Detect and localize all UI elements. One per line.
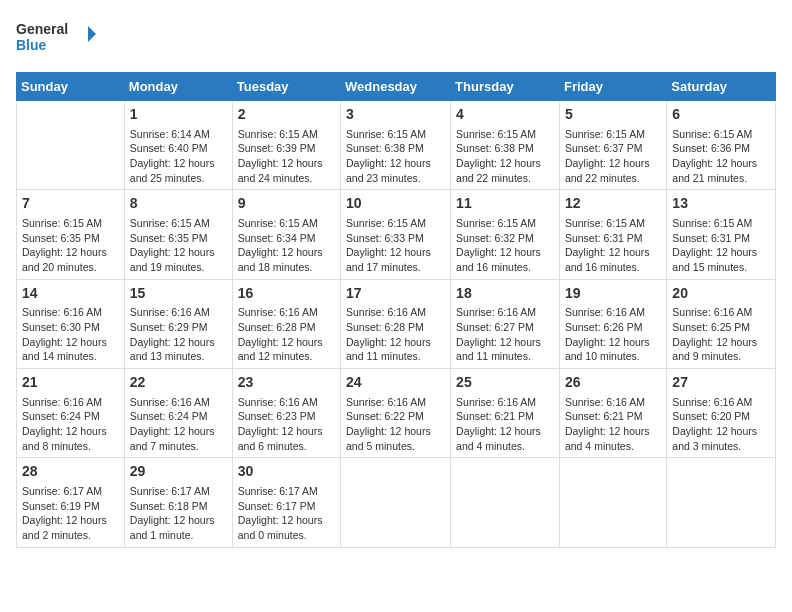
day-info-line: Daylight: 12 hours xyxy=(565,335,661,350)
day-info-line: and 9 minutes. xyxy=(672,349,770,364)
day-info-line: Daylight: 12 hours xyxy=(565,156,661,171)
header-sunday: Sunday xyxy=(17,73,125,101)
day-number: 14 xyxy=(22,284,119,304)
calendar-cell: 20Sunrise: 6:16 AMSunset: 6:25 PMDayligh… xyxy=(667,279,776,368)
day-info-line: Sunset: 6:34 PM xyxy=(238,231,335,246)
day-info-line: and 10 minutes. xyxy=(565,349,661,364)
day-info-line: and 0 minutes. xyxy=(238,528,335,543)
calendar-cell xyxy=(559,458,666,547)
day-info-line: and 4 minutes. xyxy=(456,439,554,454)
day-info-line: Sunrise: 6:16 AM xyxy=(565,395,661,410)
logo: General Blue xyxy=(16,16,96,60)
day-info-line: Sunrise: 6:16 AM xyxy=(456,395,554,410)
calendar-cell: 13Sunrise: 6:15 AMSunset: 6:31 PMDayligh… xyxy=(667,190,776,279)
day-info-line: Sunset: 6:27 PM xyxy=(456,320,554,335)
day-info-line: Sunset: 6:35 PM xyxy=(130,231,227,246)
calendar-cell: 27Sunrise: 6:16 AMSunset: 6:20 PMDayligh… xyxy=(667,369,776,458)
day-info-line: Sunrise: 6:17 AM xyxy=(22,484,119,499)
day-info-line: Sunrise: 6:16 AM xyxy=(130,305,227,320)
calendar-cell: 17Sunrise: 6:16 AMSunset: 6:28 PMDayligh… xyxy=(341,279,451,368)
day-info-line: and 12 minutes. xyxy=(238,349,335,364)
day-info-line: Daylight: 12 hours xyxy=(130,335,227,350)
calendar-cell: 12Sunrise: 6:15 AMSunset: 6:31 PMDayligh… xyxy=(559,190,666,279)
day-info-line: Daylight: 12 hours xyxy=(565,424,661,439)
calendar-cell: 15Sunrise: 6:16 AMSunset: 6:29 PMDayligh… xyxy=(124,279,232,368)
day-number: 1 xyxy=(130,105,227,125)
day-number: 24 xyxy=(346,373,445,393)
day-info-line: Sunset: 6:32 PM xyxy=(456,231,554,246)
day-info-line: Daylight: 12 hours xyxy=(238,424,335,439)
day-number: 19 xyxy=(565,284,661,304)
day-info-line: Daylight: 12 hours xyxy=(238,156,335,171)
day-info-line: Sunrise: 6:16 AM xyxy=(672,305,770,320)
day-number: 18 xyxy=(456,284,554,304)
day-number: 26 xyxy=(565,373,661,393)
day-info-line: Sunset: 6:24 PM xyxy=(22,409,119,424)
day-info-line: Sunset: 6:20 PM xyxy=(672,409,770,424)
svg-marker-2 xyxy=(88,26,96,42)
day-info-line: and 17 minutes. xyxy=(346,260,445,275)
day-info-line: Sunrise: 6:16 AM xyxy=(130,395,227,410)
calendar-cell: 26Sunrise: 6:16 AMSunset: 6:21 PMDayligh… xyxy=(559,369,666,458)
day-info-line: Sunset: 6:33 PM xyxy=(346,231,445,246)
header-friday: Friday xyxy=(559,73,666,101)
day-info-line: Sunset: 6:31 PM xyxy=(672,231,770,246)
calendar-cell: 30Sunrise: 6:17 AMSunset: 6:17 PMDayligh… xyxy=(232,458,340,547)
calendar-cell: 11Sunrise: 6:15 AMSunset: 6:32 PMDayligh… xyxy=(451,190,560,279)
day-info-line: Sunrise: 6:16 AM xyxy=(456,305,554,320)
day-info-line: Sunrise: 6:15 AM xyxy=(130,216,227,231)
day-info-line: Sunset: 6:40 PM xyxy=(130,141,227,156)
day-info-line: Sunset: 6:18 PM xyxy=(130,499,227,514)
day-info-line: Sunset: 6:39 PM xyxy=(238,141,335,156)
day-info-line: Daylight: 12 hours xyxy=(672,245,770,260)
day-number: 2 xyxy=(238,105,335,125)
day-number: 9 xyxy=(238,194,335,214)
day-info-line: Sunrise: 6:15 AM xyxy=(565,127,661,142)
header-thursday: Thursday xyxy=(451,73,560,101)
calendar-cell: 29Sunrise: 6:17 AMSunset: 6:18 PMDayligh… xyxy=(124,458,232,547)
day-info-line: and 23 minutes. xyxy=(346,171,445,186)
calendar-cell: 9Sunrise: 6:15 AMSunset: 6:34 PMDaylight… xyxy=(232,190,340,279)
day-info-line: Daylight: 12 hours xyxy=(456,245,554,260)
day-info-line: Daylight: 12 hours xyxy=(238,335,335,350)
day-info-line: Sunset: 6:38 PM xyxy=(456,141,554,156)
day-info-line: Sunrise: 6:15 AM xyxy=(672,127,770,142)
day-info-line: and 2 minutes. xyxy=(22,528,119,543)
day-info-line: and 11 minutes. xyxy=(456,349,554,364)
calendar-cell: 19Sunrise: 6:16 AMSunset: 6:26 PMDayligh… xyxy=(559,279,666,368)
day-info-line: Daylight: 12 hours xyxy=(672,156,770,171)
day-info-line: and 11 minutes. xyxy=(346,349,445,364)
logo-svg: General Blue xyxy=(16,16,96,60)
day-number: 29 xyxy=(130,462,227,482)
day-info-line: and 16 minutes. xyxy=(565,260,661,275)
day-info-line: Sunrise: 6:14 AM xyxy=(130,127,227,142)
day-info-line: Sunset: 6:37 PM xyxy=(565,141,661,156)
day-info-line: Daylight: 12 hours xyxy=(22,245,119,260)
calendar-cell: 18Sunrise: 6:16 AMSunset: 6:27 PMDayligh… xyxy=(451,279,560,368)
day-info-line: Daylight: 12 hours xyxy=(672,335,770,350)
day-info-line: Sunrise: 6:15 AM xyxy=(456,127,554,142)
day-info-line: Sunrise: 6:16 AM xyxy=(346,305,445,320)
calendar-cell: 7Sunrise: 6:15 AMSunset: 6:35 PMDaylight… xyxy=(17,190,125,279)
day-info-line: Sunset: 6:22 PM xyxy=(346,409,445,424)
day-info-line: Sunset: 6:25 PM xyxy=(672,320,770,335)
calendar-cell: 25Sunrise: 6:16 AMSunset: 6:21 PMDayligh… xyxy=(451,369,560,458)
day-info-line: and 19 minutes. xyxy=(130,260,227,275)
day-info-line: and 4 minutes. xyxy=(565,439,661,454)
day-info-line: Sunset: 6:19 PM xyxy=(22,499,119,514)
day-info-line: Daylight: 12 hours xyxy=(130,513,227,528)
day-info-line: and 14 minutes. xyxy=(22,349,119,364)
day-number: 7 xyxy=(22,194,119,214)
day-info-line: Sunrise: 6:15 AM xyxy=(456,216,554,231)
day-info-line: Sunset: 6:17 PM xyxy=(238,499,335,514)
week-row-2: 7Sunrise: 6:15 AMSunset: 6:35 PMDaylight… xyxy=(17,190,776,279)
calendar-cell: 24Sunrise: 6:16 AMSunset: 6:22 PMDayligh… xyxy=(341,369,451,458)
day-info-line: Daylight: 12 hours xyxy=(565,245,661,260)
day-number: 22 xyxy=(130,373,227,393)
day-info-line: Daylight: 12 hours xyxy=(238,245,335,260)
calendar-cell xyxy=(451,458,560,547)
day-number: 11 xyxy=(456,194,554,214)
day-info-line: Daylight: 12 hours xyxy=(130,156,227,171)
day-info-line: and 22 minutes. xyxy=(565,171,661,186)
day-number: 12 xyxy=(565,194,661,214)
